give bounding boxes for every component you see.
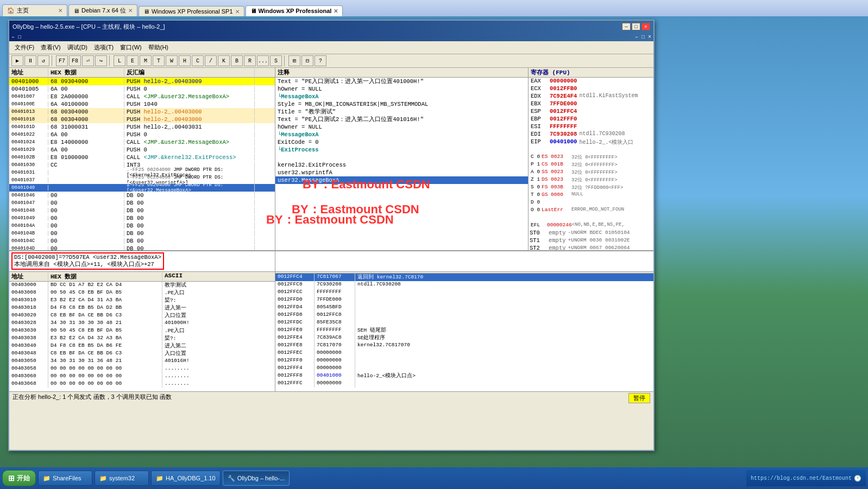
folder-icon-2: 📁 (99, 475, 107, 482)
taskbar-system32[interactable]: 📁 system32 (95, 471, 149, 486)
tab-debian-icon: 🖥 (73, 8, 79, 14)
home-icon: 🏠 (7, 7, 15, 14)
start-button[interactable]: ⊞ 开始 (2, 470, 36, 486)
taskbar-right: https://blog.csdn.net/Eastmount 🕐 (746, 470, 866, 486)
folder-icon: 📁 (43, 475, 51, 482)
tab-xp-sp1[interactable]: 🖥 Windows XP Professional SP1 ✕ (139, 6, 244, 16)
tool-icon: 🔧 (228, 475, 235, 482)
tab-debian-close[interactable]: ✕ (128, 8, 133, 14)
taskbar-url: https://blog.csdn.net/Eastmount (751, 475, 852, 481)
tab-debian[interactable]: 🖥 Debian 7.x 64 位 ✕ (68, 4, 137, 16)
clock: 🕐 (854, 475, 861, 482)
taskbar-ollydbg[interactable]: 🔧 OllyDbg – hello-... (223, 471, 290, 486)
tab-bar: 🏠 主页 ✕ 🖥 Debian 7.x 64 位 ✕ 🖥 Windows XP … (0, 0, 868, 16)
taskbar: ⊞ 开始 📁 ShareFiles 📁 system32 📁 HA_OllyDB… (0, 467, 868, 489)
tab-xp-sp1-close[interactable]: ✕ (235, 9, 240, 15)
taskbar-ha-olly[interactable]: 📁 HA_OllyDBG_1.10 (151, 471, 221, 486)
tab-xp[interactable]: 🖥 Windows XP Professional ✕ (246, 5, 343, 16)
tab-xp-close[interactable]: ✕ (334, 8, 338, 14)
folder-icon-3: 📁 (156, 475, 163, 482)
windows-logo: ⊞ (8, 474, 15, 482)
tab-home[interactable]: 🏠 主页 ✕ (2, 4, 67, 16)
taskbar-sharefiles[interactable]: 📁 ShareFiles (38, 471, 92, 486)
tab-xp-icon: 🖥 (250, 8, 256, 14)
tab-home-close[interactable]: ✕ (58, 8, 62, 14)
tab-xp-sp1-icon: 🖥 (143, 8, 149, 15)
